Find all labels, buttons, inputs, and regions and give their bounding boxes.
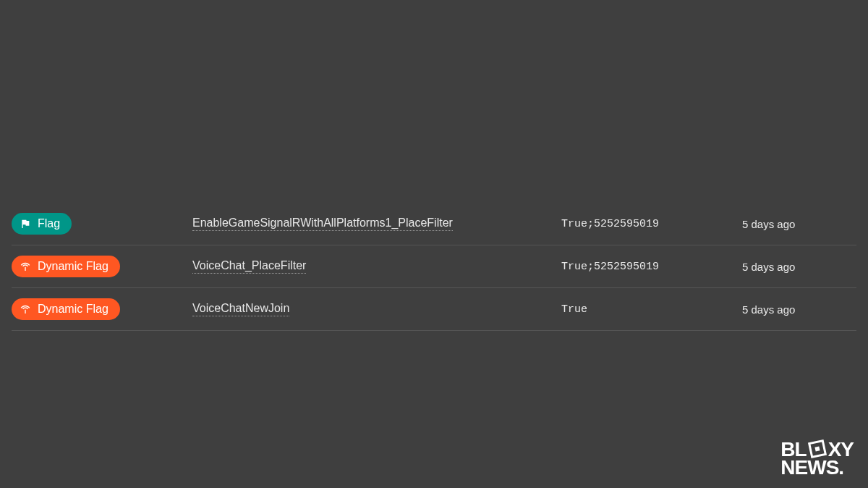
remote-icon xyxy=(19,303,32,316)
flag-name-cell: VoiceChat_PlaceFilter xyxy=(192,259,561,274)
dynamic-flag-badge: Dynamic Flag xyxy=(12,298,120,320)
flag-badge: Flag xyxy=(12,213,72,235)
flag-name-link[interactable]: VoiceChat_PlaceFilter xyxy=(192,259,306,274)
remote-icon xyxy=(19,260,32,273)
flag-time-cell: 5 days ago xyxy=(742,303,856,316)
flag-time-cell: 5 days ago xyxy=(742,218,856,230)
badge-label: Dynamic Flag xyxy=(38,260,109,273)
logo-tilted-square-icon xyxy=(808,439,827,458)
flag-value-cell: True xyxy=(561,303,742,316)
badge-label: Flag xyxy=(38,217,60,230)
flag-value-cell: True;5252595019 xyxy=(561,261,742,273)
dynamic-flag-badge: Dynamic Flag xyxy=(12,256,120,277)
flag-name-cell: VoiceChatNewJoin xyxy=(192,302,561,316)
flags-table: Flag EnableGameSignalRWithAllPlatforms1_… xyxy=(12,203,856,331)
flag-name-link[interactable]: VoiceChatNewJoin xyxy=(192,302,289,316)
table-row: Dynamic Flag VoiceChat_PlaceFilter True;… xyxy=(12,245,856,288)
flag-name-cell: EnableGameSignalRWithAllPlatforms1_Place… xyxy=(192,216,561,231)
flag-type-cell: Dynamic Flag xyxy=(12,256,192,277)
bloxy-news-logo: BL XY NEWS. xyxy=(780,440,854,476)
table-row: Dynamic Flag VoiceChatNewJoin True 5 day… xyxy=(12,288,856,331)
flag-value-cell: True;5252595019 xyxy=(561,218,742,230)
table-row: Flag EnableGameSignalRWithAllPlatforms1_… xyxy=(12,203,856,245)
badge-label: Dynamic Flag xyxy=(38,303,109,316)
flag-type-cell: Dynamic Flag xyxy=(12,298,192,320)
flag-icon xyxy=(19,217,32,230)
flag-time-cell: 5 days ago xyxy=(742,261,856,273)
flag-type-cell: Flag xyxy=(12,213,192,235)
logo-line-2: NEWS. xyxy=(780,458,843,476)
flag-name-link[interactable]: EnableGameSignalRWithAllPlatforms1_Place… xyxy=(192,216,453,231)
